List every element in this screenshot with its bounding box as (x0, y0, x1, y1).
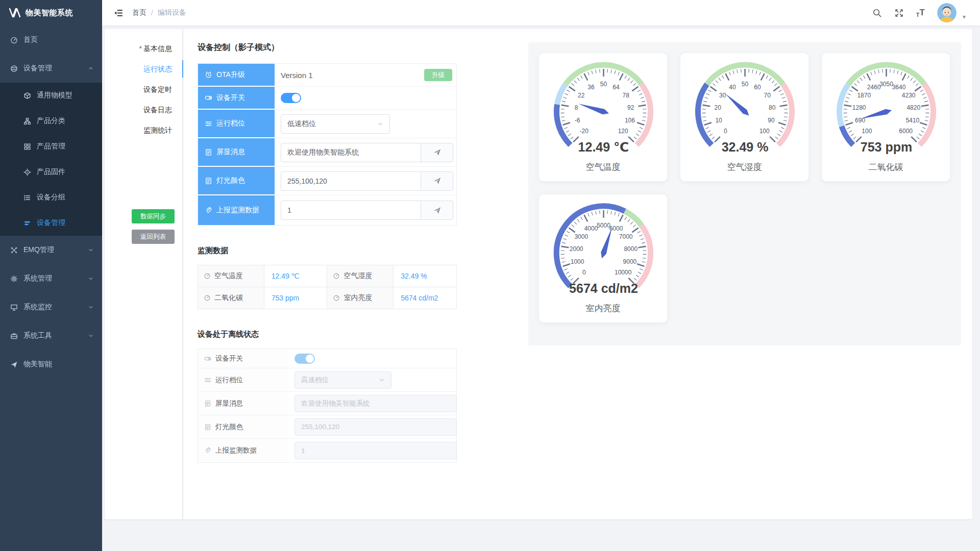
svg-text:3000: 3000 (574, 233, 588, 240)
sidebar-item-product-manage[interactable]: 产品管理 (0, 134, 102, 159)
send-light-color-button[interactable] (421, 171, 453, 191)
brand-icon (10, 361, 18, 368)
user-avatar[interactable] (937, 3, 957, 22)
chevron-down-icon (377, 121, 383, 127)
font-size-large-t: T (920, 8, 925, 18)
chevron-down-icon (379, 377, 385, 383)
document-icon (204, 423, 211, 431)
sidebar-item-system-monitor[interactable]: 系统监控 (0, 293, 102, 321)
svg-text:10: 10 (715, 117, 722, 124)
tools-icon (10, 332, 18, 340)
light-color-input[interactable] (281, 171, 421, 191)
offline-power-label: 设备开关 (198, 349, 288, 368)
sidebar-item-emq-manage[interactable]: EMQ管理 (0, 236, 102, 264)
svg-text:20: 20 (715, 104, 722, 111)
upgrade-button[interactable]: 升级 (424, 69, 452, 81)
sidebar-item-device-manage[interactable]: 设备管理 (0, 54, 102, 83)
sidebar-item-system-tools[interactable]: 系统工具 (0, 321, 102, 350)
svg-text:9000: 9000 (623, 258, 637, 265)
sidebar-fold-icon[interactable] (113, 8, 123, 18)
sidebar: 物美智能系统 首页设备管理通用物模型产品分类产品管理产品固件设备分组设备管理EM… (0, 0, 102, 551)
sidebar-item-device-list[interactable]: 设备管理 (0, 210, 102, 236)
message-label: 屏显消息 (198, 138, 275, 167)
svg-text:5410: 5410 (906, 117, 920, 124)
gauge-value: 5674 cd/m2 (569, 281, 638, 295)
svg-text:2000: 2000 (570, 245, 583, 253)
chevron-up-icon (88, 65, 94, 71)
svg-text:100: 100 (862, 128, 872, 135)
gauge-value: 32.49 % (722, 140, 769, 154)
svg-text:8: 8 (575, 104, 578, 111)
tab-monitor-stats[interactable]: 监测统计 (105, 120, 182, 140)
required-asterisk: * (139, 44, 142, 53)
breadcrumb: 首页 / 编辑设备 (132, 8, 186, 17)
document-icon (205, 148, 212, 156)
search-icon[interactable] (872, 8, 882, 18)
gauge-icon (333, 272, 340, 280)
timer-icon (205, 71, 212, 79)
monitor-value: 753 ppm (264, 287, 327, 309)
svg-text:6000: 6000 (609, 225, 623, 232)
chevron-down-icon (88, 333, 94, 339)
emq-icon (10, 246, 18, 254)
offline-report-input-disabled (295, 442, 457, 459)
sidebar-item-system-manage[interactable]: 系统管理 (0, 264, 102, 293)
gauge-card-3: 1006901280187024603050364042304820541060… (821, 53, 950, 182)
tab-device-log[interactable]: 设备日志 (105, 99, 182, 120)
send-report-button[interactable] (421, 201, 453, 220)
svg-text:7000: 7000 (619, 233, 633, 240)
svg-text:92: 92 (627, 104, 634, 111)
svg-text:0: 0 (582, 269, 586, 276)
svg-text:0: 0 (724, 128, 727, 135)
chevron-down-icon (88, 276, 94, 282)
tab-run-status[interactable]: 运行状态 (105, 59, 182, 79)
sliders-icon (205, 120, 212, 128)
sidebar-item-product-firmware[interactable]: 产品固件 (0, 159, 102, 185)
svg-text:1000: 1000 (571, 258, 584, 265)
svg-text:70: 70 (764, 92, 771, 99)
report-data-input[interactable] (281, 201, 421, 220)
table-row: 空气温度 12.49 ℃ 空气湿度 32.49 % (198, 265, 457, 287)
offline-gear-label: 运行档位 (198, 368, 288, 391)
ota-version-text: Version 1 (281, 71, 313, 80)
monitor-label: 室内亮度 (344, 293, 372, 303)
sidebar-item-home[interactable]: 首页 (0, 26, 102, 54)
send-message-button[interactable] (421, 143, 453, 162)
svg-text:8000: 8000 (624, 245, 638, 253)
message-input[interactable] (281, 143, 421, 162)
main-area: *基本信息运行状态设备定时设备日志监测统计 数据同步 返回列表 设备控制（影子模… (102, 26, 980, 551)
light-label: 灯光颜色 (198, 167, 275, 195)
svg-text:36: 36 (587, 84, 595, 91)
breadcrumb-separator: / (151, 9, 153, 17)
sidebar-item-device-group[interactable]: 设备分组 (0, 185, 102, 210)
svg-text:90: 90 (768, 117, 775, 124)
chevron-down-icon (88, 247, 94, 253)
sidebar-item-common-model[interactable]: 通用物模型 (0, 83, 102, 108)
gear-select[interactable]: 低速档位 (281, 114, 390, 134)
avatar-caret-icon[interactable]: ▾ (963, 13, 966, 20)
font-size-icon[interactable]: TT (916, 8, 925, 18)
back-to-list-button[interactable]: 返回列表 (132, 230, 175, 244)
gauge-panel: -20-6822365064789210612012.49 ℃空气温度01020… (528, 42, 961, 345)
fullscreen-icon[interactable] (894, 8, 904, 18)
tab-basic-info[interactable]: *基本信息 (105, 38, 182, 59)
run-status-content: 设备控制（影子模式） OTA升级 Version 1 升级 (183, 29, 972, 519)
shadow-control-form: OTA升级 Version 1 升级 设备开关 (198, 63, 457, 226)
svg-text:-6: -6 (575, 117, 580, 124)
gauge-value: 753 ppm (861, 140, 912, 154)
svg-text:-20: -20 (580, 128, 589, 135)
sidebar-item-wumei-smart[interactable]: 物美智能 (0, 350, 102, 379)
tab-device-timer[interactable]: 设备定时 (105, 79, 182, 99)
sync-data-button[interactable]: 数据同步 (132, 209, 175, 223)
sidebar-submenu-device-manage: 通用物模型产品分类产品管理产品固件设备分组设备管理 (0, 83, 102, 236)
ota-label: OTA升级 (198, 64, 275, 87)
breadcrumb-home[interactable]: 首页 (132, 8, 146, 17)
device-power-toggle[interactable] (281, 93, 301, 103)
chevron-down-icon (88, 304, 94, 310)
sidebar-item-product-category[interactable]: 产品分类 (0, 108, 102, 134)
svg-text:64: 64 (612, 84, 620, 91)
top-header: 首页 / 编辑设备 TT (102, 0, 980, 26)
app-logo[interactable]: 物美智能系统 (0, 0, 102, 26)
gauge-title: 室内亮度 (539, 303, 667, 314)
power-label: 设备开关 (198, 87, 275, 110)
